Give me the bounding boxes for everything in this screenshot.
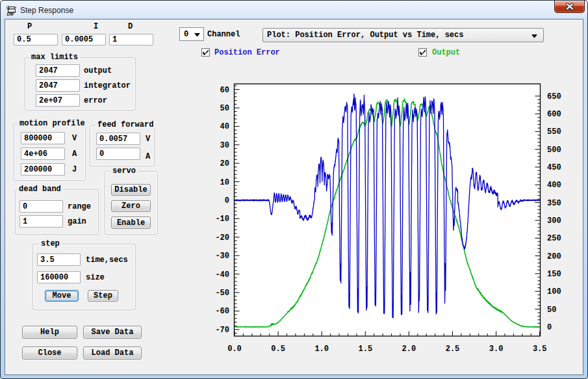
svg-text:30: 30 [220, 141, 229, 150]
svg-text:150: 150 [547, 270, 561, 279]
svg-text:-60: -60 [215, 307, 229, 316]
svg-text:2.5: 2.5 [446, 345, 460, 354]
svg-text:3.0: 3.0 [489, 345, 504, 354]
svg-text:1.5: 1.5 [358, 345, 372, 354]
svg-text:400: 400 [547, 181, 561, 190]
svg-text:0: 0 [225, 196, 229, 205]
svg-text:100: 100 [547, 287, 561, 296]
svg-text:-10: -10 [215, 215, 229, 224]
svg-text:0.5: 0.5 [271, 345, 285, 354]
svg-text:-40: -40 [215, 270, 229, 280]
svg-text:-30: -30 [215, 252, 229, 261]
svg-text:0.0: 0.0 [227, 345, 242, 354]
svg-text:3.5: 3.5 [533, 345, 547, 354]
svg-text:-70: -70 [215, 326, 229, 335]
svg-text:1.0: 1.0 [314, 345, 329, 354]
svg-text:60: 60 [220, 86, 229, 95]
svg-text:-50: -50 [215, 289, 229, 298]
svg-text:350: 350 [547, 199, 561, 208]
svg-text:2.0: 2.0 [402, 345, 416, 354]
svg-text:300: 300 [547, 216, 561, 226]
svg-text:500: 500 [547, 146, 561, 155]
svg-text:550: 550 [547, 127, 561, 137]
svg-text:0: 0 [547, 323, 552, 332]
svg-text:650: 650 [547, 92, 561, 101]
svg-text:10: 10 [220, 178, 229, 187]
svg-text:250: 250 [547, 234, 561, 243]
svg-text:40: 40 [220, 122, 229, 131]
svg-text:50: 50 [220, 104, 229, 113]
svg-text:20: 20 [220, 159, 229, 168]
svg-text:450: 450 [547, 163, 561, 172]
svg-text:-20: -20 [215, 233, 229, 242]
svg-text:50: 50 [547, 306, 556, 315]
svg-text:600: 600 [547, 110, 561, 119]
svg-text:200: 200 [547, 252, 561, 261]
